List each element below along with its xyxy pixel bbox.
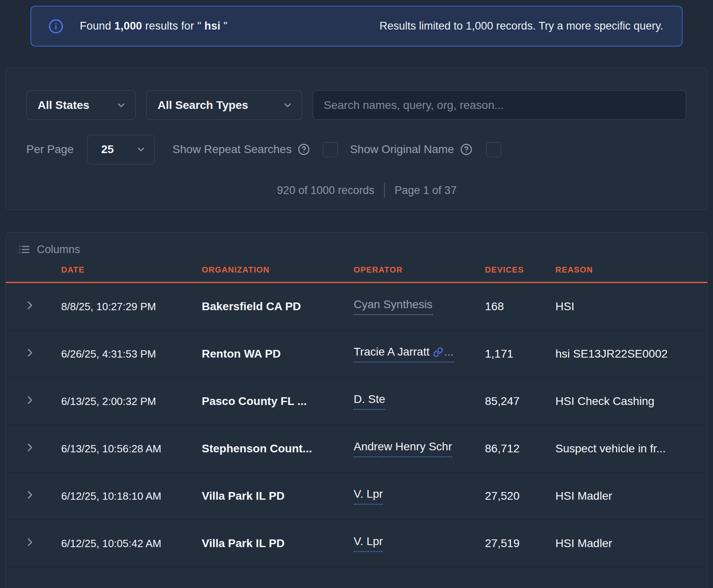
row-operator-link[interactable]: Andrew Henry Schr bbox=[354, 440, 452, 457]
row-operator-link[interactable]: Cyan Synthesis bbox=[354, 298, 433, 315]
row-date: 6/26/25, 4:31:53 PM bbox=[61, 348, 202, 360]
row-reason: Suspect vehicle in fr... bbox=[555, 442, 707, 455]
column-header-devices[interactable]: DEVICES bbox=[485, 265, 555, 275]
chevron-down-icon bbox=[136, 144, 146, 155]
show-original-name-group: Show Original Name bbox=[350, 143, 472, 156]
row-expand-chevron-icon[interactable] bbox=[23, 346, 36, 359]
row-operator-cell: Andrew Henry Schr bbox=[354, 440, 485, 457]
found-results-text: Found 1,000 results for " hsi " bbox=[80, 20, 228, 32]
row-operator-cell: Tracie A Jarratt ... bbox=[354, 345, 485, 362]
show-repeat-searches-label: Show Repeat Searches bbox=[173, 143, 292, 156]
search-input[interactable] bbox=[313, 90, 686, 120]
help-icon[interactable] bbox=[298, 143, 310, 156]
search-type-filter-dropdown[interactable]: All Search Types bbox=[146, 90, 302, 120]
row-expand-chevron-icon[interactable] bbox=[23, 536, 36, 549]
row-organization: Bakersfield CA PD bbox=[202, 300, 354, 313]
row-reason: HSI Madler bbox=[555, 490, 707, 503]
row-operator-name: Cyan Synthesis bbox=[354, 298, 433, 311]
row-operator-name: V. Lpr bbox=[354, 488, 383, 501]
chevron-down-icon bbox=[282, 100, 293, 111]
column-header-organization[interactable]: ORGANIZATION bbox=[202, 265, 354, 275]
row-reason: hsi SE13JR22SE0002 bbox=[555, 347, 707, 360]
row-organization: Villa Park IL PD bbox=[202, 537, 354, 550]
row-operator-cell: Cyan Synthesis bbox=[354, 298, 485, 315]
state-filter-dropdown[interactable]: All States bbox=[26, 90, 136, 120]
help-icon[interactable] bbox=[460, 143, 472, 156]
filters-panel: All States All Search Types Per Page 25 … bbox=[5, 68, 708, 210]
state-filter-value: All States bbox=[38, 99, 90, 112]
row-devices: 85,247 bbox=[485, 395, 555, 408]
table-row[interactable]: 6/13/25, 2:00:32 PM Pasco County FL ... … bbox=[6, 378, 707, 425]
info-icon bbox=[48, 19, 64, 34]
results-banner: Found 1,000 results for " hsi " Results … bbox=[30, 6, 683, 47]
chevron-down-icon bbox=[116, 100, 126, 111]
column-header-date[interactable]: DATE bbox=[61, 265, 202, 275]
row-operator-link[interactable]: V. Lpr bbox=[354, 488, 383, 505]
row-reason: HSI bbox=[555, 300, 707, 313]
results-limit-note: Results limited to 1,000 records. Try a … bbox=[380, 20, 663, 32]
row-date: 6/12/25, 10:18:10 AM bbox=[61, 490, 202, 503]
row-date: 6/13/25, 2:00:32 PM bbox=[61, 395, 202, 408]
row-operator-name: Tracie A Jarratt bbox=[354, 345, 429, 358]
row-organization: Pasco County FL ... bbox=[202, 395, 354, 408]
show-repeat-searches-group: Show Repeat Searches bbox=[173, 143, 310, 156]
records-count-text: 920 of 1000 records bbox=[277, 184, 374, 197]
row-operator-cell: V. Lpr bbox=[354, 535, 485, 552]
row-operator-name: D. Ste bbox=[354, 393, 385, 406]
row-operator-link[interactable]: Tracie A Jarratt ... bbox=[354, 345, 454, 362]
row-operator-link[interactable]: D. Ste bbox=[354, 393, 385, 410]
row-devices: 27,520 bbox=[485, 490, 555, 503]
column-header-reason[interactable]: REASON bbox=[555, 265, 707, 275]
per-page-label: Per Page bbox=[26, 143, 74, 156]
row-expand-chevron-icon[interactable] bbox=[23, 441, 36, 454]
row-operator-cell: D. Ste bbox=[354, 393, 485, 410]
row-devices: 27,519 bbox=[485, 537, 555, 550]
show-original-name-checkbox[interactable] bbox=[486, 142, 501, 157]
show-repeat-searches-checkbox[interactable] bbox=[323, 142, 338, 157]
row-date: 6/13/25, 10:56:28 AM bbox=[61, 443, 202, 455]
search-type-filter-value: All Search Types bbox=[158, 99, 248, 112]
records-pagination-summary: 920 of 1000 records Page 1 of 37 bbox=[26, 183, 707, 198]
columns-button[interactable]: Columns bbox=[6, 232, 95, 258]
row-operator-cell: V. Lpr bbox=[354, 488, 485, 505]
results-banner-message: Found 1,000 results for " hsi " bbox=[48, 19, 228, 34]
table-row[interactable]: 6/26/25, 4:31:53 PM Renton WA PD Tracie … bbox=[6, 330, 707, 378]
query-term: hsi bbox=[204, 20, 220, 32]
table-row[interactable]: 6/12/25, 10:18:10 AM Villa Park IL PD V.… bbox=[6, 473, 707, 520]
row-expand-chevron-icon[interactable] bbox=[23, 488, 36, 501]
list-icon bbox=[18, 243, 30, 256]
row-date: 6/12/25, 10:05:42 AM bbox=[61, 537, 202, 550]
row-organization: Stephenson Count... bbox=[202, 442, 354, 455]
row-operator-name: V. Lpr bbox=[354, 535, 383, 548]
table-row[interactable]: 8/8/25, 10:27:29 PM Bakersfield CA PD Cy… bbox=[6, 283, 707, 330]
table-header-row: DATE ORGANIZATION OPERATOR DEVICES REASO… bbox=[6, 258, 707, 283]
page-count-text: Page 1 of 37 bbox=[395, 184, 457, 197]
per-page-dropdown[interactable]: 25 bbox=[87, 135, 155, 164]
row-organization: Renton WA PD bbox=[202, 347, 354, 360]
vertical-divider bbox=[384, 183, 385, 198]
table-row[interactable]: 6/12/25, 10:05:42 AM Villa Park IL PD V.… bbox=[6, 520, 707, 567]
row-reason: HSI Check Cashing bbox=[555, 395, 707, 408]
row-operator-name: Andrew Henry Schr bbox=[354, 440, 452, 453]
column-header-operator[interactable]: OPERATOR bbox=[354, 265, 485, 275]
row-devices: 86,712 bbox=[485, 442, 555, 455]
table-body: 8/8/25, 10:27:29 PM Bakersfield CA PD Cy… bbox=[6, 283, 707, 567]
row-organization: Villa Park IL PD bbox=[202, 490, 354, 503]
row-operator-link[interactable]: V. Lpr bbox=[354, 535, 383, 552]
row-operator-ellipsis: ... bbox=[444, 345, 453, 358]
link-icon bbox=[433, 347, 443, 357]
row-devices: 168 bbox=[485, 300, 555, 313]
per-page-value: 25 bbox=[101, 143, 114, 156]
show-original-name-label: Show Original Name bbox=[350, 143, 454, 156]
row-date: 8/8/25, 10:27:29 PM bbox=[61, 300, 202, 313]
row-reason: HSI Madler bbox=[555, 537, 707, 550]
row-expand-chevron-icon[interactable] bbox=[23, 299, 36, 312]
result-count: 1,000 bbox=[114, 20, 142, 32]
row-expand-chevron-icon[interactable] bbox=[23, 394, 36, 407]
columns-button-label: Columns bbox=[37, 243, 80, 256]
results-table-panel: Columns DATE ORGANIZATION OPERATOR DEVIC… bbox=[5, 232, 708, 588]
row-devices: 1,171 bbox=[485, 347, 555, 360]
table-row[interactable]: 6/13/25, 10:56:28 AM Stephenson Count...… bbox=[6, 425, 707, 473]
